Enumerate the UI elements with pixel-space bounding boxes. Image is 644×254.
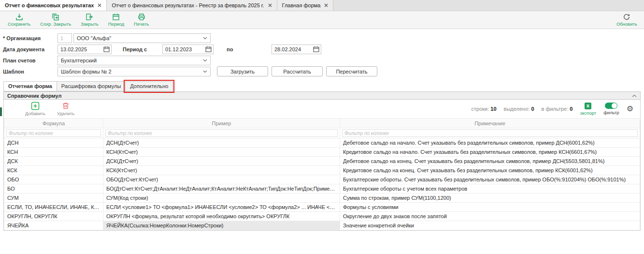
cell-formula[interactable]: ЕСЛИ, ТО, ИНАЧЕЕСЛИ, ИНАЧЕ, КОНЕЦ [4, 203, 103, 212]
window-tab-label: Главная форма [282, 2, 321, 8]
cell-example[interactable]: ДСК(ДтСчет) [103, 157, 340, 166]
close-button[interactable]: Закрыть [81, 13, 99, 27]
column-header-note[interactable]: Примечание [340, 119, 640, 128]
column-header-formula[interactable]: Формула [4, 119, 103, 128]
filter-toggle[interactable]: фильтр [603, 103, 619, 115]
refresh-icon [623, 13, 630, 21]
tab-report-form[interactable]: Отчетная форма [3, 81, 57, 91]
cell-example[interactable]: ЕСЛИ <условие1> ТО <формула1> ИНАЧЕЕСЛИ … [103, 203, 340, 212]
cell-formula[interactable]: СУМ [4, 194, 103, 203]
period-from-label: Период с [123, 46, 162, 52]
organization-select[interactable]: ООО "Альфа" [73, 33, 211, 43]
cell-formula[interactable]: КСН [4, 148, 103, 157]
cell-note[interactable]: Бухгалтерские обороты. Счет указывать бе… [340, 175, 640, 184]
cell-note[interactable]: Значение конкретной ячейки [340, 221, 640, 230]
window-tab-main-form[interactable]: Главная форма [277, 0, 334, 11]
calendar-icon[interactable] [205, 46, 212, 52]
export-button[interactable]: экспорт [580, 103, 596, 116]
period-from-field[interactable] [162, 45, 214, 54]
cell-formula[interactable]: КСК [4, 166, 103, 175]
tab-label: Расшифровка формулы [61, 83, 121, 89]
refresh-button[interactable]: Обновить [616, 13, 637, 27]
tab-close-icon[interactable] [98, 3, 101, 7]
cell-formula[interactable]: ОКРУГЛН, ОКРУГЛК [4, 212, 103, 221]
cell-formula[interactable]: ДСН [4, 138, 103, 148]
calendar-icon[interactable] [103, 46, 110, 52]
tab-additional[interactable]: Дополнительно [125, 81, 173, 91]
delete-button[interactable]: Удалить [57, 102, 74, 116]
cell-note[interactable]: Дебетовое сальдо на начало. Счет указыва… [340, 138, 640, 148]
table-row[interactable]: БО БО(ДтСчет:КтСчет;ДтАналит:НеДтАналит;… [4, 184, 640, 194]
template-label: Шаблон [3, 69, 57, 75]
period-button[interactable]: Период [108, 13, 124, 27]
save-close-button-label: Сохр. Закрыть [40, 21, 71, 27]
cell-formula[interactable]: ДСК [4, 157, 103, 166]
print-button-label: Печать [134, 21, 149, 27]
cell-note[interactable]: Округление до двух знаков после запятой [340, 212, 640, 221]
print-icon [138, 13, 145, 21]
cell-note[interactable]: Дебетовое сальдо на конец. Счет указыват… [340, 157, 640, 166]
organization-code-field[interactable] [57, 33, 72, 43]
settings-gear-icon[interactable]: ⚙ [627, 105, 633, 113]
tab-label: Отчетная форма [8, 83, 52, 89]
panel-title: Справочник формул [7, 93, 62, 99]
cell-note[interactable]: Кредитовое сальдо на начало. Счет указыв… [340, 148, 640, 157]
cell-note[interactable]: Формулы с условиями [340, 203, 640, 212]
chart-of-accounts-value: Бухгалтерский [61, 58, 203, 63]
cell-example[interactable]: ЯЧЕЙКА(Ссылка:НомерКолонки:НомерСтроки) [103, 221, 340, 230]
cell-example[interactable]: КСК(КтСчет) [103, 166, 340, 175]
table-row[interactable]: КСК КСК(КтСчет) Кредитовое сальдо на кон… [4, 166, 640, 175]
save-button-label: Сохранить [8, 21, 30, 27]
cell-example[interactable]: ОБО(ДтСчет:КтСчет) [103, 175, 340, 184]
cell-example[interactable]: КСН(КтСчет) [103, 148, 340, 157]
panel-header[interactable]: Справочник формул [3, 91, 641, 100]
table-row[interactable]: ДСК ДСК(ДтСчет) Дебетовое сальдо на коне… [4, 157, 640, 166]
filter-input-example[interactable] [105, 129, 338, 137]
chevron-down-icon [203, 70, 207, 73]
table-row[interactable]: СУМ СУМ(Код строки) Сумма по строкам, пр… [4, 194, 640, 203]
document-form: * Организация ООО "Альфа" Дата документа… [0, 29, 644, 79]
chart-of-accounts-label: План счетов [3, 58, 57, 63]
recalculate-button[interactable]: Пересчитать [326, 66, 377, 76]
template-select[interactable]: Шаблон формы № 2 [57, 67, 211, 76]
filter-input-note[interactable] [342, 129, 638, 137]
table-row[interactable]: ЯЧЕЙКА ЯЧЕЙКА(Ссылка:НомерКолонки:НомерС… [4, 221, 640, 230]
window-tab-report[interactable]: Отчет о финансовых результатах [0, 0, 107, 11]
tab-close-icon[interactable] [324, 3, 328, 7]
cell-note[interactable]: Бухгалтерские обороты с учетом всех пара… [340, 184, 640, 194]
cell-note[interactable]: Сумма по строкам, пример СУМ(1100,1200) [340, 194, 640, 203]
chart-of-accounts-select[interactable]: Бухгалтерский [57, 56, 211, 65]
period-to-label: по [227, 46, 272, 52]
table-row[interactable]: ДСН ДСН(ДтСчет) Дебетовое сальдо на нача… [4, 138, 640, 148]
table-row[interactable]: КСН КСН(КтСчет) Кредитовое сальдо на нач… [4, 148, 640, 157]
doc-date-field[interactable] [57, 45, 112, 54]
column-header-example[interactable]: Пример [103, 119, 340, 128]
toggle-on-icon[interactable] [605, 103, 617, 109]
add-button[interactable]: Добавить [25, 102, 45, 116]
table-row[interactable]: ОКРУГЛН, ОКРУГЛК ОКРУГЛН <формула, резул… [4, 212, 640, 221]
cell-formula[interactable]: ОБО [4, 175, 103, 184]
collapse-icon[interactable] [632, 94, 637, 97]
table-row[interactable]: ОБО ОБО(ДтСчет:КтСчет) Бухгалтерские обо… [4, 175, 640, 184]
cell-example[interactable]: СУМ(Код строки) [103, 194, 340, 203]
filter-input-formula[interactable] [6, 129, 101, 137]
cell-formula[interactable]: ЯЧЕЙКА [4, 221, 103, 230]
print-button[interactable]: Печать [134, 13, 149, 27]
period-to-field[interactable] [272, 45, 321, 54]
calculate-button[interactable]: Рассчитать [272, 66, 323, 76]
tab-close-icon[interactable] [268, 3, 272, 7]
cell-example[interactable]: ОКРУГЛН <формула, результат которой необ… [103, 212, 340, 221]
cell-note[interactable]: Кредитовое сальдо на конец. Счет указыва… [340, 166, 640, 175]
save-button[interactable]: Сохранить [8, 13, 30, 27]
save-close-button[interactable]: Сохр. Закрыть [40, 13, 71, 27]
tab-formula-breakdown[interactable]: Расшифровка формулы [57, 81, 126, 91]
load-button[interactable]: Загрузить [217, 66, 268, 76]
side-panel-handle[interactable] [0, 107, 2, 116]
window-tab-label: Отчет о финансовых результатах - Реестр … [112, 2, 264, 8]
cell-example[interactable]: БО(ДтСчет:КтСчет;ДтАналит:НеДтАналит;КтА… [103, 184, 340, 194]
window-tab-registry[interactable]: Отчет о финансовых результатах - Реестр … [107, 0, 277, 11]
cell-formula[interactable]: БО [4, 184, 103, 194]
calendar-icon[interactable] [313, 46, 319, 52]
table-row[interactable]: ЕСЛИ, ТО, ИНАЧЕЕСЛИ, ИНАЧЕ, КОНЕЦ ЕСЛИ <… [4, 203, 640, 212]
cell-example[interactable]: ДСН(ДтСчет) [103, 138, 340, 148]
